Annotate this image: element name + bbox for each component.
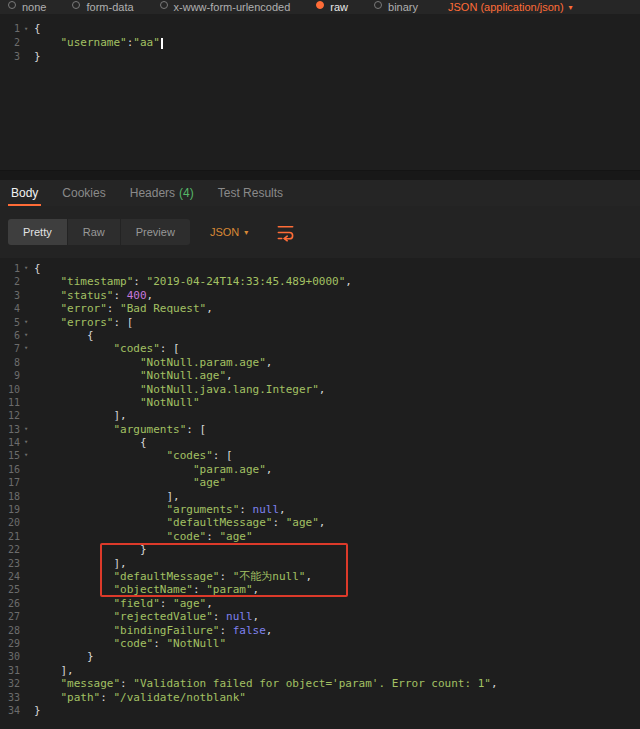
line-number: 5 <box>0 316 20 329</box>
fold-toggle-icon[interactable]: ▾ <box>20 436 32 449</box>
code-line: 3 "status": 400, <box>0 289 640 302</box>
view-mode-switch: PrettyRawPreview <box>8 219 190 245</box>
fold-toggle-icon[interactable]: ▾ <box>20 262 32 275</box>
fold-toggle-icon[interactable]: ▾ <box>20 449 32 462</box>
view-mode-raw[interactable]: Raw <box>68 219 121 245</box>
fold-toggle-icon[interactable]: ▾ <box>20 22 32 36</box>
line-number: 19 <box>0 503 20 516</box>
response-tab-bar: BodyCookiesHeaders(4)Test Results <box>0 180 640 206</box>
code-line: 27 "rejectedValue": null, <box>0 610 640 623</box>
body-type-binary[interactable]: binary <box>374 0 418 14</box>
fold-toggle-icon <box>20 383 32 396</box>
fold-toggle-icon <box>20 503 32 516</box>
code-text: "arguments": null, <box>32 503 286 516</box>
fold-toggle-icon <box>20 570 32 583</box>
code-text: "age" <box>32 476 226 489</box>
code-line: 30 } <box>0 650 640 663</box>
fold-toggle-icon <box>20 396 32 409</box>
code-text: "defaultMessage": "age", <box>32 516 325 529</box>
section-divider <box>0 170 640 180</box>
line-number: 13 <box>0 423 20 436</box>
line-number: 18 <box>0 490 20 503</box>
line-number: 3 <box>0 289 20 302</box>
tab-body[interactable]: Body <box>8 180 41 206</box>
line-number: 31 <box>0 664 20 677</box>
code-line: 18 ], <box>0 490 640 503</box>
fold-toggle-icon <box>20 289 32 302</box>
line-number: 16 <box>0 463 20 476</box>
code-text: "code": "NotNull" <box>32 637 226 650</box>
response-toolbar: PrettyRawPreview JSON ▾ <box>0 206 640 258</box>
code-line: 21 "code": "age" <box>0 530 640 543</box>
code-text: ], <box>32 557 127 570</box>
tab-label: Body <box>11 186 38 200</box>
line-number: 21 <box>0 530 20 543</box>
request-body-type-bar: noneform-datax-www-form-urlencodedrawbin… <box>0 0 640 14</box>
code-text: { <box>32 436 147 449</box>
code-line: 2 "timestamp": "2019-04-24T14:33:45.489+… <box>0 275 640 288</box>
code-text: "status": 400, <box>32 289 153 302</box>
fold-toggle-icon <box>20 704 32 717</box>
code-text: "rejectedValue": null, <box>32 610 259 623</box>
code-line: 26 "field": "age", <box>0 597 640 610</box>
line-number: 3 <box>0 50 20 64</box>
code-line: 6▾ { <box>0 329 640 342</box>
request-body-editor[interactable]: 1▾{2 "username":"aa"3} <box>0 14 640 170</box>
view-mode-pretty[interactable]: Pretty <box>8 219 68 245</box>
line-number: 8 <box>0 356 20 369</box>
code-line: 5▾ "errors": [ <box>0 316 640 329</box>
fold-toggle-icon <box>20 637 32 650</box>
body-type-x-www-form-urlencoded[interactable]: x-www-form-urlencoded <box>160 0 291 14</box>
fold-toggle-icon[interactable]: ▾ <box>20 423 32 436</box>
line-number: 1 <box>0 262 20 275</box>
radio-icon <box>72 1 80 9</box>
line-number: 20 <box>0 516 20 529</box>
fold-toggle-icon <box>20 490 32 503</box>
fold-toggle-icon <box>20 691 32 704</box>
code-line: 14▾ { <box>0 436 640 449</box>
body-type-form-data[interactable]: form-data <box>72 0 133 14</box>
fold-toggle-icon[interactable]: ▾ <box>20 316 32 329</box>
code-line: 22 } <box>0 543 640 556</box>
content-type-dropdown[interactable]: JSON (application/json) ▾ <box>448 1 573 13</box>
radio-icon <box>374 1 382 9</box>
body-type-none[interactable]: none <box>8 0 46 14</box>
response-language-dropdown[interactable]: JSON ▾ <box>210 226 248 238</box>
line-number: 34 <box>0 704 20 717</box>
line-number: 32 <box>0 677 20 690</box>
code-line: 9 "NotNull.age", <box>0 369 640 382</box>
fold-toggle-icon <box>20 409 32 422</box>
fold-toggle-icon[interactable]: ▾ <box>20 342 32 355</box>
fold-toggle-icon <box>20 664 32 677</box>
line-number: 29 <box>0 637 20 650</box>
tab-headers[interactable]: Headers(4) <box>127 180 197 206</box>
code-line: 8 "NotNull.param.age", <box>0 356 640 369</box>
code-text: "codes": [ <box>32 449 233 462</box>
code-text: { <box>32 22 41 36</box>
fold-toggle-icon[interactable]: ▾ <box>20 329 32 342</box>
code-line: 11 "NotNull" <box>0 396 640 409</box>
line-number: 30 <box>0 650 20 663</box>
line-number: 22 <box>0 543 20 556</box>
fold-toggle-icon <box>20 36 32 50</box>
view-mode-preview[interactable]: Preview <box>121 219 190 245</box>
tab-test-results[interactable]: Test Results <box>215 180 286 206</box>
tab-cookies[interactable]: Cookies <box>59 180 108 206</box>
fold-toggle-icon <box>20 530 32 543</box>
code-text: "arguments": [ <box>32 423 206 436</box>
fold-toggle-icon <box>20 476 32 489</box>
line-number: 2 <box>0 36 20 50</box>
fold-toggle-icon <box>20 50 32 64</box>
code-line: 31 ], <box>0 664 640 677</box>
fold-toggle-icon <box>20 583 32 596</box>
response-code-lines: 1▾{2 "timestamp": "2019-04-24T14:33:45.4… <box>0 262 640 717</box>
wrap-text-icon[interactable] <box>276 223 295 242</box>
code-text: "bindingFailure": false, <box>32 624 272 637</box>
code-line: 2 "username":"aa" <box>0 36 640 50</box>
line-number: 17 <box>0 476 20 489</box>
body-type-raw[interactable]: raw <box>316 0 348 14</box>
code-text: } <box>32 650 94 663</box>
fold-toggle-icon <box>20 463 32 476</box>
line-number: 12 <box>0 409 20 422</box>
response-body-editor[interactable]: 1▾{2 "timestamp": "2019-04-24T14:33:45.4… <box>0 258 640 729</box>
